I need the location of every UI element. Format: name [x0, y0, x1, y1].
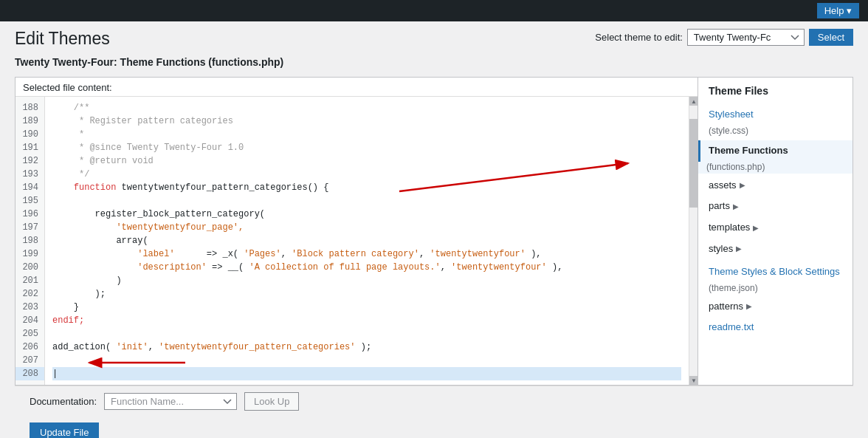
sidebar-item-theme-functions[interactable]: Theme Functions	[698, 140, 852, 162]
theme-functions-label: Theme Functions	[709, 143, 788, 159]
editor-section: Selected file content: 18818919019119219…	[16, 78, 698, 385]
help-button[interactable]: Help ▾	[817, 3, 859, 18]
select-theme-label: Select theme to edit:	[595, 32, 683, 43]
assets-label: assets	[709, 178, 737, 194]
stylesheet-sublabel: (style.css)	[698, 126, 852, 137]
sidebar-item-patterns[interactable]: patterns ▶	[698, 296, 852, 318]
sidebar-theme-functions[interactable]: Theme Functions (functions.php)	[698, 139, 852, 175]
sidebar-item-stylesheet[interactable]: Stylesheet	[698, 104, 852, 126]
patterns-arrow: ▶	[746, 301, 752, 312]
parts-label: parts	[709, 199, 730, 214]
top-bar: Help ▾	[0, 0, 868, 21]
page-title: Edit Themes	[15, 29, 283, 49]
theme-dropdown[interactable]: Twenty Twenty-Fc Twenty Twenty-Three Twe…	[687, 29, 805, 46]
scrollbar-thumb[interactable]	[689, 119, 698, 208]
left-header: Edit Themes Twenty Twenty-Four: Theme Fu…	[15, 29, 283, 72]
styles-arrow: ▶	[736, 243, 742, 255]
sidebar-item-styles[interactable]: styles ▶	[698, 239, 852, 260]
sidebar-item-theme-styles[interactable]: Theme Styles & Block Settings	[698, 261, 852, 283]
documentation-bar: Documentation: Function Name... Look Up	[15, 386, 853, 417]
theme-functions-sublabel: (functions.php)	[698, 162, 852, 174]
selected-file-label: Selected file content:	[16, 78, 698, 97]
stylesheet-label: Stylesheet	[709, 107, 754, 123]
select-theme-button[interactable]: Select	[809, 29, 853, 46]
patterns-label: patterns	[709, 299, 743, 315]
content-area: Selected file content: 18818919019119219…	[15, 77, 853, 386]
theme-styles-label: Theme Styles & Block Settings	[709, 264, 840, 280]
sidebar-title: Theme Files	[698, 85, 852, 103]
update-file-button[interactable]: Update File	[30, 422, 99, 438]
theme-styles-sublabel: (theme.json)	[698, 283, 852, 295]
sidebar-item-templates[interactable]: templates ▶	[698, 217, 852, 239]
select-theme-row: Select theme to edit: Twenty Twenty-Fc T…	[595, 29, 853, 46]
sidebar-theme-styles[interactable]: Theme Styles & Block Settings (theme.jso…	[698, 260, 852, 296]
lookup-button[interactable]: Look Up	[244, 392, 299, 411]
scrollbar-down[interactable]: ▼	[689, 376, 698, 385]
assets-arrow: ▶	[740, 179, 745, 191]
templates-label: templates	[709, 220, 750, 236]
readme-label: readme.txt	[709, 320, 754, 335]
editor-outer: 1881891901911921931941951961971981992002…	[16, 97, 698, 385]
styles-label: styles	[709, 242, 733, 257]
main-wrap: Edit Themes Twenty Twenty-Four: Theme Fu…	[0, 21, 868, 438]
sidebar: Theme Files Stylesheet (style.css) Theme…	[698, 78, 852, 385]
sidebar-item-readme[interactable]: readme.txt	[698, 317, 852, 338]
line-numbers: 1881891901911921931941951961971981992002…	[16, 97, 45, 385]
sidebar-item-assets[interactable]: assets ▶	[698, 175, 852, 196]
sidebar-item-parts[interactable]: parts ▶	[698, 196, 852, 217]
templates-arrow: ▶	[753, 222, 759, 234]
header-row: Edit Themes Twenty Twenty-Four: Theme Fu…	[15, 29, 853, 72]
code-content[interactable]: /** * Register pattern categories * * @s…	[45, 97, 689, 385]
editor-main: 1881891901911921931941951961971981992002…	[16, 97, 698, 385]
scrollbar[interactable]: ▲ ▼	[689, 97, 698, 385]
scrollbar-up[interactable]: ▲	[689, 97, 698, 106]
documentation-label: Documentation:	[30, 396, 97, 407]
theme-subtitle: Twenty Twenty-Four: Theme Functions (fun…	[15, 56, 283, 68]
function-name-select[interactable]: Function Name...	[104, 393, 237, 410]
sidebar-stylesheet[interactable]: Stylesheet (style.css)	[698, 103, 852, 139]
parts-arrow: ▶	[733, 201, 739, 213]
